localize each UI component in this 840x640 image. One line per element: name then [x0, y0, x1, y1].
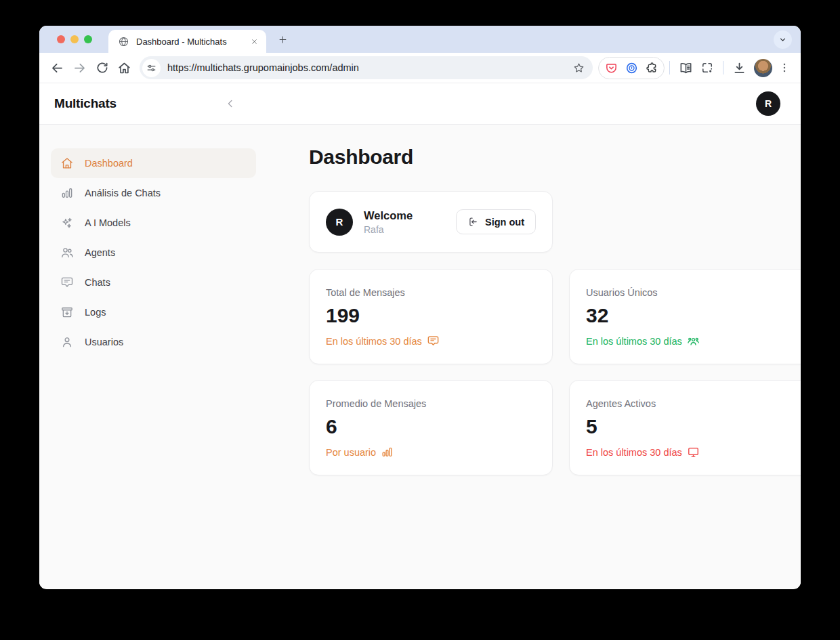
- desktop-background: Dashboard - Multichats: [0, 0, 840, 640]
- stat-value: 199: [326, 303, 536, 328]
- stat-footer: En los últimos 30 días: [586, 335, 796, 347]
- extensions-pill: [598, 57, 665, 79]
- home-icon: [60, 156, 74, 170]
- monitor-icon: [687, 446, 700, 458]
- browser-profile-avatar[interactable]: [754, 59, 772, 77]
- google-lens-icon[interactable]: [696, 57, 718, 79]
- close-window-button[interactable]: [57, 35, 65, 43]
- globe-favicon-icon: [118, 36, 129, 47]
- sidebar: Dashboard Análisis de Chats A I Models: [39, 125, 276, 589]
- sidebar-collapse-chevron-icon[interactable]: [221, 94, 240, 113]
- sign-out-label: Sign out: [485, 217, 524, 228]
- extensions-puzzle-icon[interactable]: [642, 58, 662, 78]
- sidebar-item-label: Análisis de Chats: [85, 188, 161, 198]
- app-header: Multichats R: [39, 83, 801, 125]
- stat-footer-text: En los últimos 30 días: [586, 447, 682, 458]
- welcome-text: Welcome Rafa: [364, 208, 413, 236]
- sidebar-item-label: Chats: [85, 277, 110, 288]
- stat-footer-text: En los últimos 30 días: [326, 336, 422, 347]
- traffic-lights: [57, 35, 92, 43]
- user-avatar: R: [326, 209, 353, 236]
- welcome-card: R Welcome Rafa Sign out: [309, 191, 553, 253]
- url-text[interactable]: https://multichats.grupomainjobs.com/adm…: [167, 62, 570, 73]
- sidebar-item-chats[interactable]: Chats: [51, 268, 256, 297]
- forward-icon[interactable]: [68, 57, 91, 79]
- address-bar[interactable]: https://multichats.grupomainjobs.com/adm…: [140, 56, 593, 79]
- stat-card-promedio-mensajes: Promedio de Mensajes 6 Por usuario: [309, 380, 553, 475]
- toolbar-divider: [669, 61, 670, 74]
- bookmark-star-icon[interactable]: [570, 59, 587, 77]
- sidebar-item-logs[interactable]: Logs: [51, 297, 256, 327]
- tab-search-chevron-icon[interactable]: [774, 30, 792, 49]
- sidebar-item-label: A I Models: [85, 217, 131, 228]
- sidebar-item-label: Dashboard: [85, 158, 133, 169]
- toolbar-divider: [723, 61, 723, 74]
- tab-close-icon[interactable]: [247, 35, 261, 48]
- stat-footer: En los últimos 30 días: [586, 446, 796, 458]
- reload-icon[interactable]: [91, 57, 113, 79]
- browser-menu-icon[interactable]: [776, 58, 793, 77]
- sign-out-button[interactable]: Sign out: [456, 209, 536, 234]
- site-settings-icon[interactable]: [142, 59, 161, 77]
- stat-value: 6: [326, 414, 536, 439]
- welcome-username: Rafa: [364, 223, 413, 236]
- sidebar-item-usuarios[interactable]: Usuarios: [51, 327, 256, 357]
- users-icon: [60, 246, 74, 259]
- browser-tab[interactable]: Dashboard - Multichats: [108, 30, 266, 53]
- stat-value: 5: [586, 414, 796, 439]
- bar-chart-icon: [60, 186, 74, 200]
- stat-value: 32: [586, 303, 796, 328]
- tab-title: Dashboard - Multichats: [136, 37, 247, 47]
- stat-footer-text: Por usuario: [326, 447, 376, 458]
- main-panel: Dashboard R Welcome Rafa Sign out: [276, 125, 801, 589]
- stat-card-agentes-activos: Agentes Activos 5 En los últimos 30 días: [569, 380, 801, 475]
- stat-footer: Por usuario: [326, 446, 536, 458]
- header-user-avatar[interactable]: R: [756, 91, 780, 116]
- welcome-greeting: Welcome: [364, 208, 413, 223]
- pocket-extension-icon[interactable]: [601, 58, 621, 78]
- user-icon: [60, 335, 74, 349]
- new-tab-button[interactable]: [273, 30, 292, 49]
- reading-list-icon[interactable]: [675, 57, 696, 79]
- users-group-icon: [687, 335, 700, 347]
- archive-icon: [60, 305, 74, 319]
- page-title: Dashboard: [309, 146, 801, 169]
- sparkles-icon: [60, 216, 74, 230]
- stat-label: Usuarios Únicos: [586, 287, 796, 298]
- browser-toolbar: https://multichats.grupomainjobs.com/adm…: [39, 53, 801, 83]
- sidebar-item-dashboard[interactable]: Dashboard: [51, 148, 256, 178]
- stat-card-usuarios-unicos: Usuarios Únicos 32 En los últimos 30 día…: [569, 269, 801, 364]
- onepassword-extension-icon[interactable]: [621, 58, 642, 78]
- sidebar-item-label: Logs: [85, 307, 106, 318]
- maximize-window-button[interactable]: [84, 35, 92, 43]
- back-icon[interactable]: [46, 57, 68, 79]
- minimize-window-button[interactable]: [70, 35, 79, 43]
- browser-window: Dashboard - Multichats: [39, 26, 801, 589]
- downloads-icon[interactable]: [728, 57, 750, 79]
- stat-label: Agentes Activos: [586, 398, 796, 409]
- sidebar-item-ai-models[interactable]: A I Models: [51, 208, 256, 238]
- stat-footer-text: En los últimos 30 días: [586, 336, 682, 347]
- sidebar-item-label: Agents: [85, 247, 115, 258]
- stat-label: Promedio de Mensajes: [326, 398, 536, 409]
- sign-out-icon: [467, 216, 479, 228]
- sidebar-item-agents[interactable]: Agents: [51, 238, 256, 268]
- stat-footer: En los últimos 30 días: [326, 335, 536, 347]
- tab-strip: Dashboard - Multichats: [39, 26, 801, 53]
- sidebar-item-label: Usuarios: [85, 337, 123, 347]
- home-icon[interactable]: [113, 57, 135, 79]
- stats-grid: Total de Mensajes 199 En los últimos 30 …: [309, 269, 801, 475]
- stat-card-total-mensajes: Total de Mensajes 199 En los últimos 30 …: [309, 269, 553, 364]
- app-brand: Multichats: [54, 96, 117, 111]
- mini-bar-chart-icon: [381, 446, 394, 458]
- stat-label: Total de Mensajes: [326, 287, 536, 298]
- app-content: Dashboard Análisis de Chats A I Models: [39, 125, 801, 589]
- sidebar-item-analisis-de-chats[interactable]: Análisis de Chats: [51, 178, 256, 208]
- chat-bubble-icon: [60, 276, 74, 289]
- chat-bubble-icon: [427, 335, 440, 347]
